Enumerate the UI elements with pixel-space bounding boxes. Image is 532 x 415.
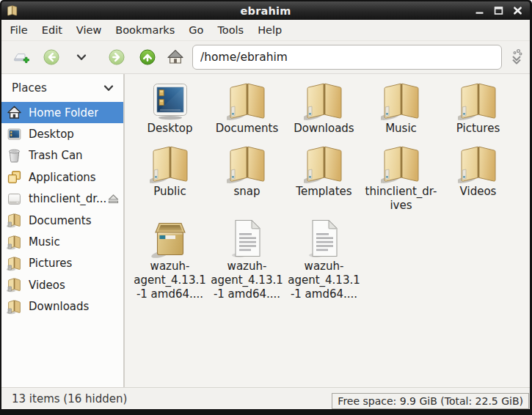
file-item-documents[interactable]: Documents: [208, 80, 285, 143]
file-item-label: Documents: [216, 122, 279, 136]
file-item-label: Pictures: [456, 122, 500, 136]
new-tab-button[interactable]: [12, 48, 31, 67]
folder-large-icon: [381, 143, 422, 184]
file-item-desktop[interactable]: Desktop: [131, 80, 208, 143]
sidebar-item-label: Trash Can: [29, 149, 83, 162]
document-icon: [230, 218, 265, 259]
sidebar-item-label: Pictures: [29, 257, 72, 270]
folder-large-icon: [227, 80, 268, 121]
sidebar-item-home-folder[interactable]: Home Folder: [1, 102, 123, 123]
file-item-downloads[interactable]: Downloads: [285, 80, 362, 143]
file-icon-view[interactable]: Desktop Documents Downloads: [125, 74, 530, 387]
menu-view[interactable]: View: [69, 20, 108, 40]
chevron-down-icon[interactable]: [101, 81, 116, 95]
minimize-button[interactable]: [470, 3, 489, 19]
sidebar-item-videos[interactable]: Videos: [1, 274, 123, 295]
sidebar-item-label: Videos: [29, 279, 65, 292]
file-item-wazuh[interactable]: wazuh- agent_4.13.1 -1 amd64....: [131, 218, 208, 301]
path-input[interactable]: [192, 45, 502, 70]
folder-bookmark-icon: [7, 277, 22, 293]
menu-file[interactable]: File: [3, 20, 34, 40]
menu-tools[interactable]: Tools: [211, 20, 251, 40]
folder-large-icon: [304, 143, 345, 184]
sidebar-item-downloads[interactable]: Downloads: [1, 296, 123, 317]
desktop-large-icon: [150, 80, 190, 121]
toolbar: [1, 40, 530, 74]
drive-icon: [7, 191, 22, 207]
file-manager-window: ebrahim FileEditViewBookmarksGoToolsHelp…: [0, 0, 532, 415]
file-item-pictures[interactable]: Pictures: [440, 80, 517, 143]
folder-large-icon: [304, 80, 345, 121]
sidebar-item-label: Desktop: [29, 128, 74, 141]
sidebar-item-thinclient-dr[interactable]: thinclient_dr...: [1, 188, 123, 210]
document-icon: [307, 218, 342, 259]
history-button[interactable]: [74, 48, 89, 67]
package-icon: [150, 218, 190, 259]
file-item-public[interactable]: Public: [131, 143, 208, 218]
sidebar-item-trash-can[interactable]: Trash Can: [1, 145, 123, 166]
file-item-label: Desktop: [147, 122, 193, 136]
sidebar-item-label: Downloads: [29, 300, 89, 313]
forward-button[interactable]: [107, 48, 126, 67]
file-item-thinclient-dr[interactable]: thinclient_dr- ives: [362, 143, 440, 218]
icon-grid-row: Desktop Documents Downloads: [131, 80, 530, 143]
sidebar-item-label: Home Folder: [29, 106, 98, 120]
applications-icon: [7, 169, 22, 185]
sidebar-item-label: Applications: [29, 171, 96, 184]
file-item-label: Public: [153, 185, 186, 199]
file-item-label: Videos: [460, 185, 497, 199]
folder-bookmark-icon: [7, 213, 22, 228]
places-header-label: Places: [12, 81, 47, 95]
sidebar-item-documents[interactable]: Documents: [1, 210, 123, 231]
file-item-label: snap: [233, 185, 260, 199]
folder-large-icon: [381, 80, 422, 121]
folder-bookmark-icon: [7, 235, 22, 250]
file-item-label: Templates: [296, 185, 351, 199]
menu-edit[interactable]: Edit: [34, 20, 69, 40]
file-item-wazuh[interactable]: wazuh- agent_4.13.1 -1 amd64....: [208, 218, 285, 301]
menu-bookmarks[interactable]: Bookmarks: [109, 20, 182, 40]
items-count-text: 13 items (16 hidden): [12, 392, 127, 405]
file-item-snap[interactable]: snap: [208, 143, 285, 218]
file-item-music[interactable]: Music: [362, 80, 440, 143]
window-controls: [470, 3, 527, 19]
menubar: FileEditViewBookmarksGoToolsHelp: [1, 20, 530, 40]
file-item-label: wazuh- agent_4.13.1 -1 amd64....: [211, 260, 283, 301]
file-item-wazuh[interactable]: wazuh- agent_4.13.1 -1 amd64....: [285, 218, 362, 301]
file-item-label: Music: [385, 122, 417, 136]
file-item-label: wazuh- agent_4.13.1 -1 amd64....: [288, 260, 360, 301]
maximize-button[interactable]: [489, 3, 508, 19]
titlebar: ebrahim: [1, 1, 530, 20]
menu-help[interactable]: Help: [251, 20, 289, 40]
sidebar-item-label: thinclient_dr...: [29, 192, 106, 205]
file-item-templates[interactable]: Templates: [285, 143, 362, 218]
window-title: ebrahim: [1, 5, 530, 17]
folder-large-icon: [227, 143, 268, 184]
up-button[interactable]: [138, 48, 157, 67]
desktop-small-icon: [7, 127, 22, 142]
sidebar-item-desktop[interactable]: Desktop: [1, 123, 123, 144]
sidebar-item-music[interactable]: Music: [1, 231, 123, 252]
home-button[interactable]: [166, 48, 185, 67]
pending-tasks-button[interactable]: [507, 48, 526, 67]
trash-icon: [7, 148, 22, 164]
menu-go[interactable]: Go: [182, 20, 211, 40]
eject-icon[interactable]: [107, 194, 120, 205]
sidebar-item-label: Documents: [29, 214, 92, 227]
content-area: Places Home Folder Desktop Trash Can App…: [1, 74, 530, 387]
file-item-videos[interactable]: Videos: [440, 143, 517, 218]
file-item-label: wazuh- agent_4.13.1 -1 amd64....: [134, 260, 206, 301]
file-item-label: thinclient_dr- ives: [365, 185, 437, 213]
folder-bookmark-icon: [7, 256, 22, 271]
icon-grid-row: Public snap Templates thin: [131, 143, 530, 218]
sidebar-places-pane: Places Home Folder Desktop Trash Can App…: [1, 74, 125, 387]
sidebar-item-pictures[interactable]: Pictures: [1, 253, 123, 274]
sidebar-item-label: Music: [29, 235, 60, 249]
folder-large-icon: [458, 80, 499, 121]
places-header[interactable]: Places: [1, 74, 123, 102]
back-button[interactable]: [42, 48, 61, 67]
sidebar-item-applications[interactable]: Applications: [1, 166, 123, 188]
statusbar: 13 items (16 hidden) Free space: 9.9 GiB…: [1, 387, 530, 409]
close-button[interactable]: [508, 3, 527, 19]
folder-large-icon: [150, 143, 191, 184]
